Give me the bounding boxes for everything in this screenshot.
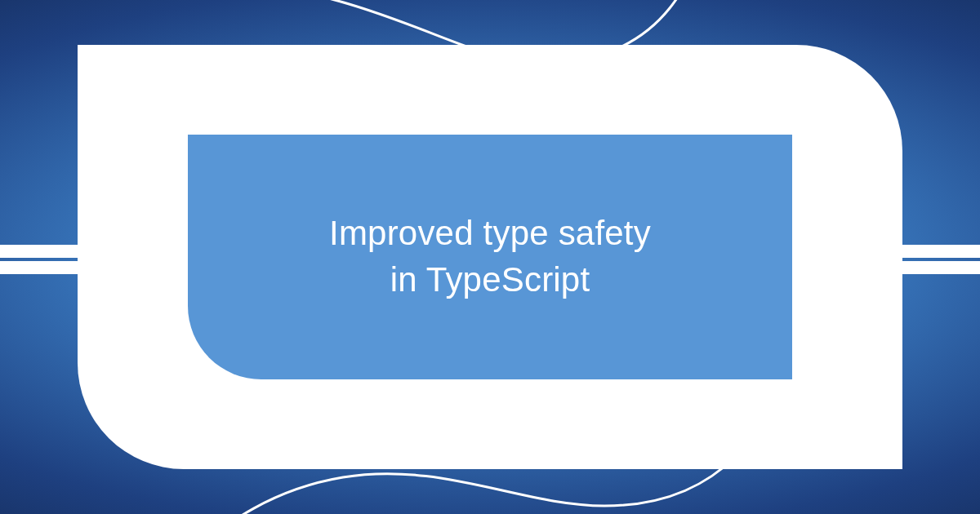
inner-card: Improved type safety in TypeScript: [188, 135, 792, 379]
title-line-1: Improved type safety: [329, 214, 651, 252]
title-line-2: in TypeScript: [390, 260, 590, 299]
title-text: Improved type safety in TypeScript: [329, 210, 651, 303]
